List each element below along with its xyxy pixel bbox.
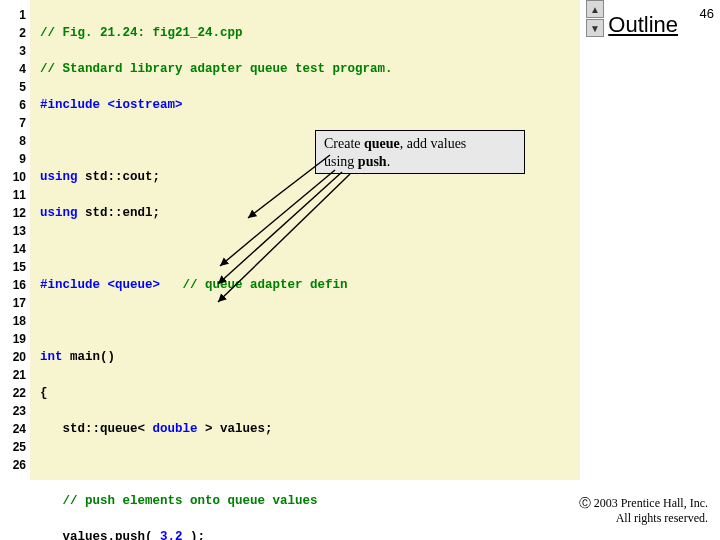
slide-page: 46 Outline ▲ ▼ 1 2 3 4 5 6 7 8 9 10 11 1… (0, 0, 720, 540)
code-keyword: int (40, 350, 63, 364)
code-line: // Fig. 21.24: fig21_24.cpp (40, 24, 580, 42)
chevron-down-icon: ▼ (590, 23, 600, 34)
line-number: 21 (0, 366, 26, 384)
line-number: 18 (0, 312, 26, 330)
code-text (160, 278, 183, 292)
code-include: <iostream> (108, 98, 183, 112)
callout-line: Create queue, add values (324, 135, 516, 153)
line-number: 1 (0, 6, 26, 24)
code-keyword: double (153, 422, 198, 436)
callout-line: using push. (324, 153, 516, 171)
code-comment: // Fig. 21.24: fig21_24.cpp (40, 26, 243, 40)
code-comment: // queue adapter defin (183, 278, 348, 292)
callout-bold: queue (364, 136, 400, 151)
code-text (40, 494, 63, 508)
code-text: std::endl; (85, 206, 160, 220)
line-number: 8 (0, 132, 26, 150)
code-line: // Standard library adapter queue test p… (40, 60, 580, 78)
line-number: 11 (0, 186, 26, 204)
line-number: 2 (0, 24, 26, 42)
code-text: main() (63, 350, 116, 364)
outline-link[interactable]: Outline (608, 12, 678, 38)
code-line: { (40, 384, 580, 402)
code-directive: #include (40, 98, 108, 112)
code-line: int main() (40, 348, 580, 366)
scroll-up-button[interactable]: ▲ (586, 0, 604, 18)
code-keyword: using (40, 206, 85, 220)
code-line: using std::endl; (40, 204, 580, 222)
code-line: std::queue< double > values; (40, 420, 580, 438)
line-number: 16 (0, 276, 26, 294)
line-number: 26 (0, 456, 26, 474)
line-number: 20 (0, 348, 26, 366)
callout-text: using (324, 154, 358, 169)
code-comment: // Standard library adapter queue test p… (40, 62, 393, 76)
code-text: std::queue< (40, 422, 153, 436)
code-text: { (40, 386, 48, 400)
code-line (40, 312, 580, 330)
code-number: 3.2 (160, 530, 183, 540)
line-number: 14 (0, 240, 26, 258)
code-text: > values; (198, 422, 273, 436)
code-include: <queue> (108, 278, 161, 292)
line-number-gutter: 1 2 3 4 5 6 7 8 9 10 11 12 13 14 15 16 1… (0, 0, 30, 480)
chevron-up-icon: ▲ (590, 4, 600, 15)
line-number: 15 (0, 258, 26, 276)
slide-number: 46 (700, 6, 714, 21)
code-line: #include <queue> // queue adapter defin (40, 276, 580, 294)
line-number: 23 (0, 402, 26, 420)
code-comment: // push elements onto queue values (63, 494, 318, 508)
code-line (40, 240, 580, 258)
code-line: values.push( 3.2 ); (40, 528, 580, 540)
line-number: 9 (0, 150, 26, 168)
line-number: 17 (0, 294, 26, 312)
line-number: 7 (0, 114, 26, 132)
copyright-line: Ⓒ 2003 Prentice Hall, Inc. (579, 496, 708, 511)
callout-text: , add values (400, 136, 466, 151)
code-text: values.push( (40, 530, 160, 540)
line-number: 12 (0, 204, 26, 222)
line-number: 19 (0, 330, 26, 348)
code-line (40, 456, 580, 474)
line-number: 25 (0, 438, 26, 456)
line-number: 4 (0, 60, 26, 78)
code-text: ); (183, 530, 206, 540)
scroll-down-button[interactable]: ▼ (586, 19, 604, 37)
callout-bold: push (358, 154, 387, 169)
code-directive: #include (40, 278, 108, 292)
code-text: std::cout; (85, 170, 160, 184)
line-number: 13 (0, 222, 26, 240)
code-line: // push elements onto queue values (40, 492, 580, 510)
annotation-callout: Create queue, add values using push. (315, 130, 525, 174)
callout-text: Create (324, 136, 364, 151)
copyright-notice: Ⓒ 2003 Prentice Hall, Inc. All rights re… (579, 496, 708, 526)
line-number: 10 (0, 168, 26, 186)
code-keyword: using (40, 170, 85, 184)
code-panel: 1 2 3 4 5 6 7 8 9 10 11 12 13 14 15 16 1… (0, 0, 580, 480)
line-number: 24 (0, 420, 26, 438)
line-number: 3 (0, 42, 26, 60)
code-body: // Fig. 21.24: fig21_24.cpp // Standard … (30, 0, 580, 480)
line-number: 5 (0, 78, 26, 96)
copyright-line: All rights reserved. (579, 511, 708, 526)
line-number: 22 (0, 384, 26, 402)
callout-text: . (387, 154, 391, 169)
line-number: 6 (0, 96, 26, 114)
code-line: #include <iostream> (40, 96, 580, 114)
